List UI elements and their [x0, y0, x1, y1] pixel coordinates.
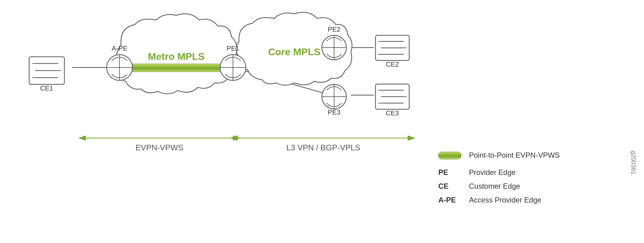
svg-text:PE1: PE1	[227, 44, 239, 52]
svg-text:PE2: PE2	[328, 25, 341, 33]
svg-text:Access Provider Edge: Access Provider Edge	[469, 196, 541, 204]
svg-text:L3 VPN / BGP-VPLS: L3 VPN / BGP-VPLS	[286, 143, 360, 152]
svg-text:g200361: g200361	[630, 151, 637, 175]
svg-text:CE: CE	[438, 182, 448, 190]
svg-text:PE: PE	[438, 168, 448, 176]
svg-text:EVPN-VPWS: EVPN-VPWS	[135, 143, 183, 152]
metro-mpls-cloud: Metro MPLS	[116, 14, 237, 94]
svg-text:A-PE: A-PE	[438, 196, 456, 204]
l3vpn-arrow: L3 VPN / BGP-VPLS	[238, 138, 408, 152]
diagram-container: Metro MPLS Core MPLS	[0, 0, 644, 243]
ce2-box: CE2	[375, 35, 409, 68]
svg-text:Point-to-Point EVPN-VPWS: Point-to-Point EVPN-VPWS	[469, 151, 560, 159]
svg-text:CE2: CE2	[386, 60, 399, 68]
evpn-vpws-bar	[120, 64, 230, 72]
pe3-router: PE3	[322, 84, 346, 116]
evpn-arrow: EVPN-VPWS	[86, 138, 233, 152]
svg-text:Provider Edge: Provider Edge	[469, 168, 516, 176]
ce3-box: CE3	[375, 84, 409, 117]
legend: Point-to-Point EVPN-VPWS PE Provider Edg…	[438, 151, 560, 204]
ce1-box: CE1	[29, 57, 64, 92]
svg-text:Metro MPLS: Metro MPLS	[148, 51, 205, 62]
svg-rect-54	[438, 152, 461, 159]
svg-text:Customer Edge: Customer Edge	[469, 182, 520, 190]
svg-rect-6	[120, 64, 230, 72]
svg-text:PE3: PE3	[328, 108, 341, 116]
svg-text:Core MPLS: Core MPLS	[268, 46, 321, 57]
svg-text:A-PE: A-PE	[112, 44, 127, 52]
svg-text:CE3: CE3	[386, 109, 399, 117]
svg-text:CE1: CE1	[40, 84, 53, 92]
